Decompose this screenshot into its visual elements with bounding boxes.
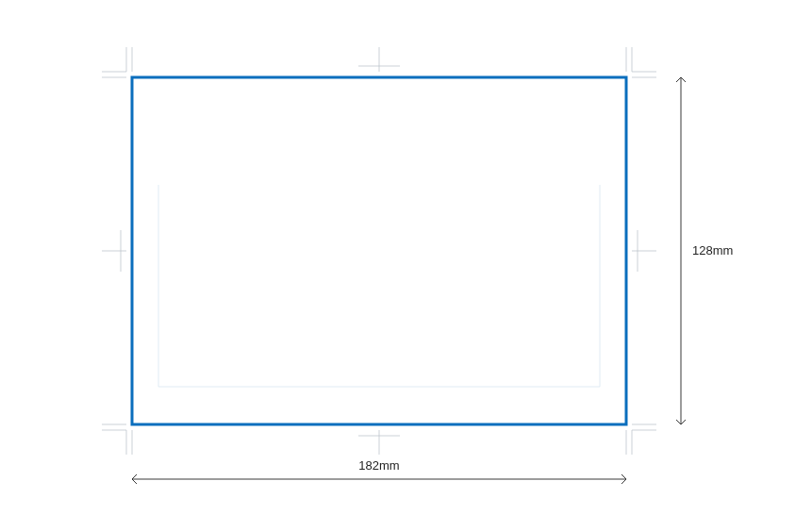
dimension-width-label: 182mm — [358, 458, 399, 473]
dimension-height-label: 128mm — [692, 243, 733, 257]
dimension-width — [132, 474, 626, 484]
crop-marks — [102, 47, 656, 455]
dimension-height — [676, 77, 686, 424]
inner-guide — [158, 185, 600, 387]
technical-drawing: 182mm 128mm — [0, 0, 812, 531]
artboard-rect — [132, 77, 626, 424]
